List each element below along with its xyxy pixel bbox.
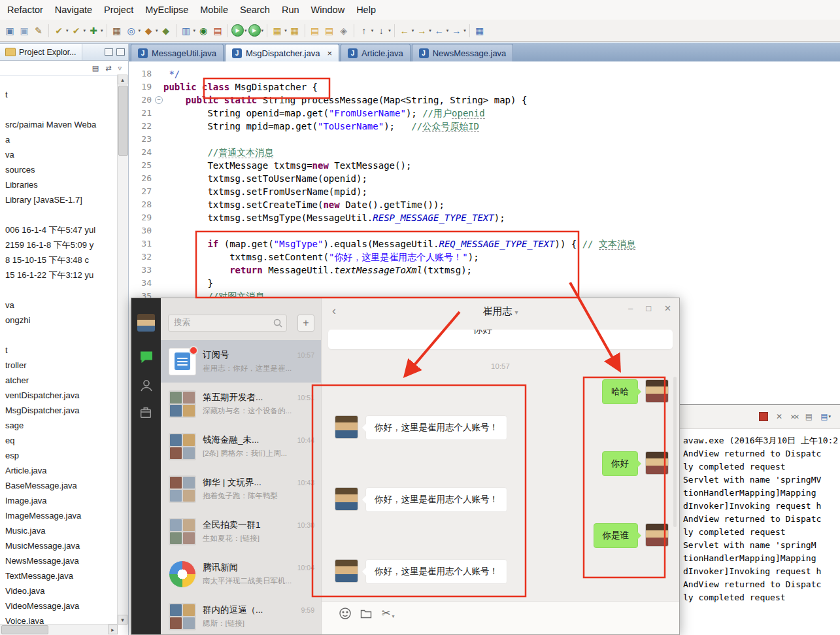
chevron-down-icon[interactable]: ▾ <box>429 28 431 33</box>
remove-all-icon[interactable]: ✕✕ <box>790 413 798 420</box>
chat-list-item[interactable]: 群内的逗逼（...9:59腮斯：[链接] <box>161 595 321 634</box>
chevron-down-icon[interactable]: ▾ <box>261 28 264 33</box>
tree-item[interactable]: 15 16-1-22 下午3:12 yu <box>0 267 118 283</box>
menu-item-help[interactable]: Help <box>350 2 382 18</box>
jar-icon[interactable]: ◆▾ <box>141 24 159 38</box>
tree-item[interactable]: src/paimai Maven Weba <box>0 117 118 132</box>
terminate-icon[interactable] <box>759 412 768 421</box>
tree-item[interactable]: Library [JavaSE-1.7] <box>0 192 118 207</box>
menu-item-myeclipse[interactable]: MyEclipse <box>139 2 194 18</box>
tree-item[interactable]: troller <box>0 358 118 373</box>
chevron-down-icon[interactable]: ▾ <box>463 28 466 33</box>
editor-tab[interactable]: JNewsMessage.java <box>412 44 514 61</box>
chevron-down-icon[interactable]: ▾ <box>193 28 196 33</box>
chevron-down-icon[interactable]: ▾ <box>244 28 247 33</box>
scroll-down-icon[interactable]: ▾ <box>118 615 127 625</box>
chevron-down-icon[interactable]: ▾ <box>139 28 141 33</box>
menu-item-run[interactable]: Run <box>276 2 305 18</box>
tree-item[interactable]: Article.java <box>0 463 118 478</box>
editor-window-icon[interactable]: ▣ <box>17 24 31 38</box>
emoji-icon[interactable] <box>339 607 352 620</box>
save-icon[interactable]: ✔▾ <box>52 24 69 38</box>
tree-item[interactable]: esp <box>0 448 118 463</box>
bookmark-icon[interactable]: ◈ <box>337 24 351 38</box>
tree-item[interactable]: Music.java <box>0 523 118 538</box>
tree-item[interactable]: NewsMessage.java <box>0 553 118 568</box>
sort-up-icon[interactable]: ↑▾ <box>357 24 375 38</box>
open-console-icon[interactable]: ▤▾ <box>820 412 831 421</box>
tree-item[interactable]: ongzhi <box>0 313 118 328</box>
fold-marker-icon[interactable]: − <box>155 96 163 104</box>
search-input[interactable] <box>169 315 271 330</box>
tree-item[interactable]: va <box>0 298 118 313</box>
menu-item-refactor[interactable]: Refactor <box>1 2 49 18</box>
link-editor-icon[interactable]: ⇄ <box>105 64 111 73</box>
deploy-icon[interactable]: ◆ <box>159 24 173 38</box>
collections-tab-icon[interactable] <box>139 405 154 421</box>
tree-item[interactable]: eq <box>0 433 118 448</box>
tree-item[interactable]: a <box>0 132 118 147</box>
menu-item-navigate[interactable]: Navigate <box>49 2 98 18</box>
profile-icon[interactable]: ▦▾ <box>270 24 288 38</box>
tree-item[interactable]: ImageMessage.java <box>0 508 118 523</box>
chat-list-item[interactable]: 钱海金融_未...10:44[2条] 腾格尔：我们上周... <box>161 425 321 468</box>
package-icon[interactable]: ▦ <box>110 24 124 38</box>
tree-item[interactable]: VideoMessage.java <box>0 598 118 613</box>
save-all-icon[interactable]: ✔▾ <box>69 24 87 38</box>
tree-item[interactable] <box>0 207 118 222</box>
close-tab-icon[interactable]: × <box>327 48 332 58</box>
remove-launch-icon[interactable]: ✕ <box>776 412 782 421</box>
menu-item-search[interactable]: Search <box>234 2 276 18</box>
tree-item[interactable]: BaseMessage.java <box>0 478 118 493</box>
tree-item[interactable]: t <box>0 87 118 102</box>
tree-item[interactable]: va <box>0 147 118 162</box>
close-button[interactable]: ✕ <box>664 303 671 313</box>
tree-item[interactable] <box>0 102 118 117</box>
editor-tab[interactable]: JMessageUtil.java <box>131 44 224 61</box>
next-edit-icon[interactable]: →▾ <box>414 24 432 38</box>
run-icon[interactable]: ▶▾ <box>248 24 265 37</box>
chevron-down-icon[interactable]: ▾ <box>84 28 86 33</box>
editor-tab[interactable]: JMsgDispatcher.java× <box>225 44 339 61</box>
scroll-up-icon[interactable]: ▴ <box>118 75 127 84</box>
open-type-icon[interactable]: ◎▾ <box>124 24 142 38</box>
new-window-icon[interactable]: ▣ <box>3 24 17 38</box>
tree-item[interactable]: 006 16-1-4 下午5:47 yul <box>0 222 118 237</box>
chat-list-item[interactable]: 全民拍卖一群110:30生如夏花：[链接] <box>161 510 321 553</box>
database-icon[interactable]: ▥▾ <box>179 24 197 38</box>
maximize-view-icon[interactable] <box>116 48 125 56</box>
chevron-down-icon[interactable]: ▾ <box>388 28 391 33</box>
last-edit-icon[interactable]: ←▾ <box>397 24 415 38</box>
chevron-down-icon[interactable]: ▾ <box>412 28 414 33</box>
tree-item[interactable]: atcher <box>0 373 118 388</box>
menu-item-project[interactable]: Project <box>98 2 139 18</box>
forward-icon[interactable]: →▾ <box>449 24 467 38</box>
table-icon[interactable]: ▦ <box>473 24 487 38</box>
scroll-right-icon[interactable]: ▸ <box>108 625 118 634</box>
maximize-button[interactable]: □ <box>646 303 651 313</box>
new-wizard-icon[interactable]: ✚▾ <box>86 24 104 38</box>
user-avatar[interactable] <box>137 314 155 332</box>
chevron-down-icon[interactable]: ▾ <box>446 28 449 33</box>
pencil-icon[interactable]: ✎ <box>31 24 46 38</box>
chevron-down-icon[interactable]: ▾ <box>101 28 103 33</box>
message-input[interactable] <box>322 621 679 634</box>
contacts-tab-icon[interactable] <box>139 378 154 394</box>
chevron-down-icon[interactable]: ▾ <box>515 309 518 316</box>
coverage-icon[interactable]: ▦ <box>288 24 302 38</box>
editor-tab[interactable]: JArticle.java <box>341 44 411 61</box>
tree-item[interactable]: Video.java <box>0 583 118 598</box>
view-menu-icon[interactable]: ▿ <box>118 64 122 73</box>
minimize-view-icon[interactable] <box>105 48 113 56</box>
chat-list-item[interactable]: 第五期开发者...10:51深藏功与名：这个设备的... <box>161 383 321 425</box>
chevron-down-icon[interactable]: ▾ <box>371 28 374 33</box>
tree-item[interactable]: 8 15-10-15 下午3:48 c <box>0 252 118 267</box>
chevron-down-icon[interactable]: ▾ <box>284 28 287 33</box>
tree-item[interactable]: TextMessage.java <box>0 568 118 583</box>
tree-item[interactable]: t <box>0 343 118 358</box>
tree-item[interactable] <box>0 328 118 343</box>
scrollbar-thumb[interactable] <box>118 86 128 156</box>
tree-item[interactable]: MsgDispatcher.java <box>0 403 118 418</box>
back-icon[interactable]: ←▾ <box>432 24 450 38</box>
minimize-button[interactable]: – <box>628 303 633 313</box>
